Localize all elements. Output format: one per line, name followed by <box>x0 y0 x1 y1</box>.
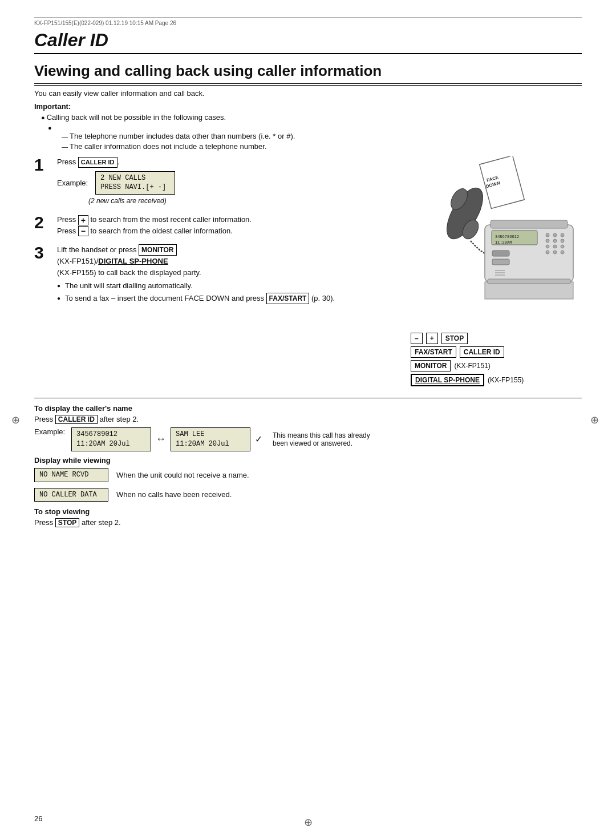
svg-point-19 <box>561 245 564 248</box>
caller-lcd-1: 3456789012 11:20AM 20Jul <box>71 427 151 451</box>
section-heading: Viewing and calling back using caller in… <box>34 62 582 86</box>
caller-id-btn-instruction: CALLER ID <box>55 415 98 424</box>
important-dash-1: The telephone number includes data other… <box>62 132 582 140</box>
digital-model-label: (KX-FP155) <box>488 376 524 384</box>
crosshair-left: ⊕ <box>11 414 20 426</box>
svg-rect-26 <box>492 259 509 265</box>
page-title: Caller ID <box>34 30 582 54</box>
minus-btn-label: – <box>411 333 423 344</box>
caller-lcd2-line2: 11:20AM 20Jul <box>176 439 245 449</box>
step3-bullets: The unit will start dialling automatical… <box>57 280 405 304</box>
display-row-2: NO CALLER DATA When no calls have been r… <box>34 488 582 502</box>
fax-caller-row: FAX/START CALLER ID <box>411 346 582 358</box>
svg-rect-7 <box>491 220 568 228</box>
stop-btn-label: STOP <box>441 333 468 344</box>
crosshair-bottom: ⊕ <box>304 816 313 829</box>
caller-lcd-2: SAM LEE 11:20AM 20Jul <box>171 427 250 451</box>
display-while-viewing-heading: Display while viewing <box>34 456 582 465</box>
important-label: Important: <box>34 102 582 111</box>
svg-point-22 <box>561 251 564 254</box>
important-bullet-1: Calling back will not be possible in the… <box>41 113 582 122</box>
arrow-symbol: ↔ <box>156 433 166 445</box>
svg-text:11:20AM: 11:20AM <box>495 240 512 245</box>
caller-name-instruction: Press CALLER ID after step 2. <box>34 415 582 424</box>
minus-plus-stop-row: – + STOP <box>411 333 582 344</box>
step-2-number: 2 <box>34 214 51 231</box>
no-name-rcvd-text: NO NAME RCVD <box>39 471 88 479</box>
display-while-viewing-section: Display while viewing NO NAME RCVD When … <box>34 456 582 502</box>
caller-lcd-row: 3456789012 11:20AM 20Jul ↔ SAM LEE 11:20… <box>71 427 387 451</box>
left-column: 1 Press CALLER ID. Example: 2 NEW CALLS … <box>34 156 405 389</box>
svg-point-13 <box>561 233 564 237</box>
fax-machine-illustration: FACE DOWN 3456789012 11:20AM <box>411 156 582 328</box>
important-dash-list: The telephone number includes data other… <box>41 123 582 151</box>
caller-name-section: To display the caller's name Press CALLE… <box>34 404 582 451</box>
svg-rect-25 <box>492 251 509 256</box>
caller-note: This means this call has already been vi… <box>273 431 387 447</box>
caller-lcd1-line2: 11:20AM 20Jul <box>76 439 146 449</box>
step-1-number: 1 <box>34 156 51 173</box>
step1-example: Example: 2 NEW CALLS PRESS NAVI.[+ -] <box>57 171 405 195</box>
display-row-1: NO NAME RCVD When the unit could not rec… <box>34 468 582 482</box>
monitor-button: MONITOR <box>139 244 176 256</box>
step-3-content: Lift the handset or press MONITOR (KX-FP… <box>57 244 405 305</box>
svg-point-21 <box>553 251 557 254</box>
svg-rect-24 <box>488 279 570 284</box>
monitor-btn-label: MONITOR <box>411 360 451 371</box>
step-3-number: 3 <box>34 244 51 261</box>
svg-point-16 <box>561 239 564 243</box>
stop-viewing-section: To stop viewing Press STOP after step 2. <box>34 507 582 527</box>
page-number: 26 <box>34 814 42 823</box>
svg-text:3456789012: 3456789012 <box>495 235 519 239</box>
caller-id-button-step1: CALLER ID <box>78 157 117 168</box>
step-2-content: Press + to search from the most recent c… <box>57 214 405 236</box>
fax-start-button-step3: FAX/START <box>266 293 310 304</box>
svg-point-18 <box>553 245 557 248</box>
fax-start-btn-label: FAX/START <box>411 346 456 358</box>
minus-symbol: − <box>78 226 88 236</box>
meta-line: KX-FP151/155(E)(022-029) 01.12.19 10:15 … <box>34 17 582 26</box>
no-name-rcvd-lcd: NO NAME RCVD <box>34 468 108 482</box>
monitor-model-label: (KX-FP151) <box>454 362 490 370</box>
button-panel: – + STOP FAX/START CALLER ID MONITOR (KX… <box>411 333 582 386</box>
svg-point-11 <box>546 233 549 237</box>
no-caller-data-lcd: NO CALLER DATA <box>34 488 108 502</box>
step-3: 3 Lift the handset or press MONITOR (KX-… <box>34 244 405 305</box>
plus-symbol: + <box>78 215 88 225</box>
example-label-1: Example: <box>57 177 88 189</box>
caller-name-heading: To display the caller's name <box>34 404 582 413</box>
caller-id-btn-label: CALLER ID <box>460 346 504 358</box>
lcd-box-1: 2 NEW CALLS PRESS NAVI.[+ -] <box>95 171 175 195</box>
monitor-row: MONITOR (KX-FP151) <box>411 360 582 371</box>
digital-sp-phone: DIGITAL SP-PHONE <box>98 257 168 265</box>
no-caller-data-desc: When no calls have been received. <box>116 490 232 499</box>
main-content: 1 Press CALLER ID. Example: 2 NEW CALLS … <box>34 156 582 389</box>
step3-bullet-2: To send a fax – insert the document FACE… <box>57 293 405 304</box>
important-dash-2: The caller information does not include … <box>62 142 582 151</box>
svg-point-12 <box>553 233 557 237</box>
stop-viewing-instruction: Press STOP after step 2. <box>34 518 582 527</box>
checkmark-symbol: ✓ <box>255 434 262 445</box>
stop-viewing-heading: To stop viewing <box>34 507 582 516</box>
intro-text: You can easily view caller information a… <box>34 89 582 98</box>
svg-point-14 <box>546 239 549 243</box>
crosshair-right: ⊕ <box>590 414 599 426</box>
step3-bullet-1: The unit will start dialling automatical… <box>57 280 405 292</box>
svg-point-17 <box>546 245 549 248</box>
important-block: Important: Calling back will not be poss… <box>34 102 582 151</box>
step-2: 2 Press + to search from the most recent… <box>34 214 405 236</box>
important-bullets: Calling back will not be possible in the… <box>34 113 582 151</box>
caller-lcd1-line1: 3456789012 <box>76 430 146 439</box>
section-divider-1 <box>34 398 582 398</box>
svg-rect-0 <box>480 156 525 208</box>
plus-btn-label: + <box>426 333 438 344</box>
step-1-content: Press CALLER ID. Example: 2 NEW CALLS PR… <box>57 156 405 206</box>
caller-lcd2-line1: SAM LEE <box>176 430 245 439</box>
digital-row: DIGITAL SP-PHONE (KX-FP155) <box>411 374 582 386</box>
right-column: FACE DOWN 3456789012 11:20AM <box>405 156 582 389</box>
step-1: 1 Press CALLER ID. Example: 2 NEW CALLS … <box>34 156 405 206</box>
svg-point-15 <box>553 239 557 243</box>
svg-rect-23 <box>485 282 573 299</box>
no-caller-data-text: NO CALLER DATA <box>39 491 97 499</box>
no-name-rcvd-desc: When the unit could not receive a name. <box>116 471 249 479</box>
